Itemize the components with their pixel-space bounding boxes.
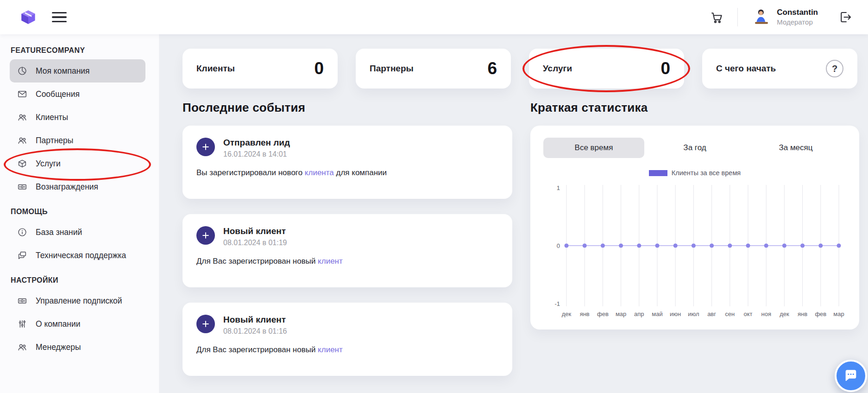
- sidebar-item-label: Управление подпиской: [36, 296, 122, 306]
- svg-text:янв: янв: [798, 311, 807, 317]
- sidebar-item-tech-support[interactable]: Техническая поддержка: [10, 244, 145, 267]
- sidebar-item-my-company[interactable]: Моя компания: [10, 59, 145, 82]
- sidebar-item-label: Сообщения: [36, 89, 80, 99]
- avatar[interactable]: [752, 7, 771, 27]
- stat-card-services: Услуги 0: [529, 49, 684, 89]
- event-datetime: 08.01.2024 в 01:16: [223, 327, 287, 336]
- tab-month[interactable]: За месяц: [745, 138, 846, 158]
- stat-cards-row: Клиенты 0 Партнеры 6 Услуги 0 С чего нач…: [182, 49, 859, 89]
- sidebar-item-label: Партнеры: [36, 136, 73, 146]
- sidebar-item-label: Вознаграждения: [36, 182, 98, 192]
- events-section-title: Последние события: [182, 101, 512, 115]
- svg-text:дек: дек: [780, 311, 789, 317]
- statistics-section-title: Краткая статистика: [530, 101, 859, 115]
- svg-text:июл: июл: [688, 311, 699, 317]
- user-role: Модератор: [777, 18, 818, 27]
- svg-text:май: май: [652, 311, 662, 317]
- event-card: Новый клиент 08.01.2024 в 01:16 Для Вас …: [182, 303, 512, 376]
- stat-card-clients: Клиенты 0: [182, 49, 338, 89]
- svg-text:апр: апр: [634, 311, 644, 317]
- sidebar-item-label: О компании: [36, 319, 81, 329]
- tab-all-time[interactable]: Все время: [543, 138, 644, 158]
- plus-icon: [196, 315, 215, 333]
- event-title: Отправлен лид: [223, 138, 290, 148]
- stat-card-partners: Партнеры 6: [356, 49, 511, 89]
- support-chat-icon: [17, 250, 28, 261]
- main-content: Клиенты 0 Партнеры 6 Услуги 0 С чего нач…: [159, 34, 868, 393]
- event-description: Для Вас зарегистрирован новый клиент: [196, 257, 498, 266]
- plus-icon: [196, 138, 215, 156]
- sidebar-item-partners[interactable]: Партнеры: [10, 129, 145, 152]
- sliders-icon: [17, 318, 28, 330]
- client-link[interactable]: клиент: [318, 257, 343, 266]
- topbar-divider: [737, 8, 738, 26]
- event-title: Новый клиент: [223, 226, 287, 236]
- sidebar-item-label: Менеджеры: [36, 342, 81, 352]
- sidebar-section-help: ПОМОЩЬ: [10, 208, 145, 216]
- sidebar-item-label: Клиенты: [36, 113, 68, 122]
- svg-text:окт: окт: [743, 311, 752, 317]
- svg-text:авг: авг: [707, 311, 716, 317]
- event-text-after: для компании: [334, 168, 387, 177]
- svg-text:мар: мар: [833, 311, 844, 317]
- mail-icon: [17, 89, 28, 100]
- stat-label: Партнеры: [370, 63, 414, 74]
- sidebar-item-label: База знаний: [36, 228, 82, 237]
- sidebar-item-subscription[interactable]: Управление подпиской: [10, 289, 145, 312]
- svg-text:мар: мар: [616, 311, 626, 317]
- recent-events-section: Последние события Отправлен лид 16.01.20…: [182, 101, 512, 391]
- client-link[interactable]: клиент: [318, 345, 343, 354]
- client-link[interactable]: клиента: [305, 168, 334, 177]
- event-datetime: 08.01.2024 в 01:19: [223, 239, 287, 247]
- plus-icon: [196, 226, 215, 245]
- menu-toggle-button[interactable]: [49, 9, 69, 25]
- cart-button[interactable]: [710, 10, 723, 24]
- app-logo-icon: [19, 8, 37, 26]
- sidebar-item-managers[interactable]: Менеджеры: [10, 336, 145, 359]
- partners-icon: [17, 135, 28, 146]
- topbar: Constantin Модератор: [0, 0, 868, 34]
- event-description: Для Вас зарегистрирован новый клиент: [196, 345, 498, 355]
- sidebar-item-label: Услуги: [36, 159, 61, 169]
- sidebar-item-services[interactable]: Услуги: [10, 152, 145, 175]
- stat-label: С чего начать: [716, 63, 776, 74]
- stat-value: 0: [660, 59, 670, 78]
- event-title: Новый клиент: [223, 315, 287, 325]
- sidebar: FEATURECOMPANY Моя компания Сообщения Кл…: [0, 34, 159, 393]
- svg-text:-1: -1: [554, 300, 560, 307]
- sidebar-item-rewards[interactable]: Вознаграждения: [10, 175, 145, 198]
- sidebar-item-messages[interactable]: Сообщения: [10, 82, 145, 106]
- event-datetime: 16.01.2024 в 14:01: [223, 150, 290, 158]
- sidebar-section-company: FEATURECOMPANY: [10, 46, 145, 55]
- event-text-before: Вы зарегистрировали нового: [196, 168, 305, 177]
- statistics-card: Все время За год За месяц Клиенты за все…: [530, 126, 859, 330]
- event-description: Вы зарегистрировали нового клиента для к…: [196, 168, 498, 177]
- clients-icon: [17, 112, 28, 123]
- stat-label: Услуги: [543, 63, 572, 74]
- svg-text:фев: фев: [597, 311, 609, 317]
- svg-text:ноя: ноя: [761, 311, 771, 317]
- chat-widget-button[interactable]: [835, 360, 867, 392]
- stat-value: 0: [314, 59, 324, 78]
- sidebar-item-about-company[interactable]: О компании: [10, 312, 145, 336]
- event-text-before: Для Вас зарегистрирован новый: [196, 345, 318, 354]
- event-card: Отправлен лид 16.01.2024 в 14:01 Вы заре…: [182, 126, 512, 199]
- statistics-section: Краткая статистика Все время За год За м…: [530, 101, 859, 391]
- svg-text:0: 0: [557, 242, 560, 249]
- chart-legend: Клиенты за все время: [543, 169, 846, 177]
- sidebar-item-knowledge-base[interactable]: База знаний: [10, 221, 145, 244]
- legend-swatch: [649, 170, 667, 176]
- sidebar-item-clients[interactable]: Клиенты: [10, 106, 145, 129]
- rewards-icon: [17, 181, 28, 192]
- legend-label: Клиенты за все время: [672, 169, 741, 177]
- services-icon: [17, 158, 28, 169]
- tab-year[interactable]: За год: [644, 138, 745, 158]
- svg-text:1: 1: [557, 184, 560, 191]
- info-icon: [17, 227, 28, 238]
- svg-text:июн: июн: [670, 311, 681, 317]
- question-icon[interactable]: ?: [826, 60, 843, 77]
- svg-text:янв: янв: [580, 311, 590, 317]
- subscription-icon: [17, 295, 28, 306]
- logout-button[interactable]: [838, 10, 852, 24]
- svg-text:фев: фев: [815, 311, 826, 317]
